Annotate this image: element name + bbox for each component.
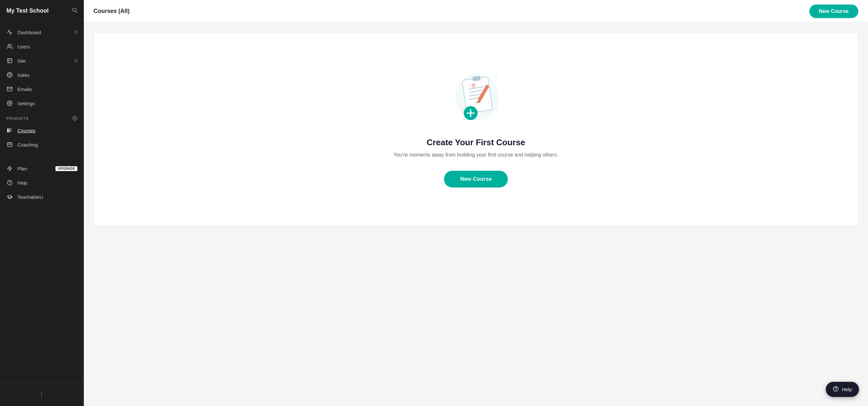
- main-content: Courses (All) New Course: [84, 0, 868, 406]
- svg-marker-27: [7, 166, 12, 171]
- empty-state-card: Create Your First Course You're moments …: [94, 32, 858, 226]
- sidebar-item-label: TeachableU: [18, 194, 78, 200]
- sidebar-item-coaching[interactable]: Coaching: [0, 138, 84, 152]
- sidebar-item-users[interactable]: Users: [0, 39, 84, 54]
- sidebar-item-label: Site: [18, 58, 70, 64]
- svg-rect-3: [7, 58, 12, 63]
- topbar: Courses (All) New Course: [84, 0, 868, 23]
- sidebar-item-settings[interactable]: Settings: [0, 96, 84, 110]
- teachableu-icon: [6, 194, 13, 200]
- new-course-button[interactable]: New Course: [809, 4, 858, 18]
- empty-state-subtitle: You're moments away from building your f…: [393, 152, 558, 158]
- chart-icon: [6, 29, 13, 35]
- add-product-icon[interactable]: [72, 116, 78, 121]
- content-area: Create Your First Course You're moments …: [84, 23, 868, 406]
- sidebar-item-label: Coaching: [18, 142, 78, 147]
- indicator: [74, 59, 78, 62]
- sidebar-item-label: Settings: [18, 101, 78, 106]
- settings-icon: [6, 100, 13, 107]
- svg-point-33: [452, 99, 454, 101]
- search-icon[interactable]: [71, 7, 78, 14]
- plan-icon: [6, 165, 13, 172]
- svg-point-49: [462, 109, 464, 111]
- help-bubble-label: Help: [842, 387, 852, 392]
- sidebar: My Test School Dashboard: [0, 0, 84, 406]
- course-illustration: [447, 68, 505, 126]
- indicator: [74, 31, 78, 34]
- sidebar-item-help[interactable]: Help: [0, 176, 84, 190]
- sidebar-header: My Test School: [0, 0, 84, 22]
- sidebar-item-sales[interactable]: Sales: [0, 68, 84, 82]
- sidebar-item-label: Sales: [18, 72, 78, 78]
- sidebar-item-label: Courses: [18, 128, 78, 133]
- svg-point-31: [495, 76, 497, 78]
- sidebar-item-label: Help: [18, 180, 78, 185]
- sidebar-item-courses[interactable]: Courses: [0, 123, 84, 138]
- courses-icon: [6, 127, 13, 134]
- sidebar-item-label: Emails: [18, 86, 78, 92]
- more-options-button[interactable]: ⋮: [0, 386, 84, 403]
- site-icon: [6, 57, 13, 64]
- school-name: My Test School: [6, 7, 49, 14]
- upgrade-badge: UPGRADE: [56, 166, 78, 171]
- sidebar-item-emails[interactable]: Emails: [0, 82, 84, 96]
- products-section-label: PRODUCTS: [0, 110, 84, 123]
- svg-point-32: [500, 90, 501, 92]
- coaching-icon: [6, 141, 13, 148]
- svg-point-30: [455, 79, 456, 80]
- sidebar-item-plan[interactable]: Plan UPGRADE: [0, 162, 84, 176]
- svg-line-1: [75, 11, 77, 12]
- sidebar-bottom: ⋮: [0, 382, 84, 406]
- svg-point-2: [8, 44, 10, 46]
- sidebar-item-label: Plan: [18, 166, 51, 171]
- page-title: Courses (All): [94, 8, 130, 14]
- empty-state-new-course-button[interactable]: New Course: [444, 171, 508, 187]
- svg-point-34: [497, 108, 498, 109]
- sales-icon: [6, 71, 13, 78]
- sidebar-item-teachableu[interactable]: TeachableU: [0, 190, 84, 204]
- sidebar-item-site[interactable]: Site: [0, 54, 84, 68]
- sidebar-item-dashboard[interactable]: Dashboard: [0, 25, 84, 39]
- bottom-nav: Plan UPGRADE Help TeachableU: [0, 162, 84, 204]
- empty-state-title: Create Your First Course: [427, 138, 525, 147]
- help-icon: [6, 179, 13, 186]
- svg-point-11: [9, 103, 11, 104]
- sidebar-item-label: Users: [18, 44, 78, 49]
- help-bubble[interactable]: Help: [826, 382, 859, 397]
- svg-point-50: [463, 118, 465, 119]
- svg-rect-19: [7, 128, 8, 132]
- svg-rect-20: [7, 143, 12, 147]
- help-bubble-icon: [833, 386, 839, 393]
- users-icon: [6, 43, 13, 50]
- main-nav: Dashboard Users Site: [0, 22, 84, 155]
- email-icon: [6, 86, 13, 92]
- sidebar-item-label: Dashboard: [18, 30, 70, 35]
- svg-point-48: [479, 111, 481, 112]
